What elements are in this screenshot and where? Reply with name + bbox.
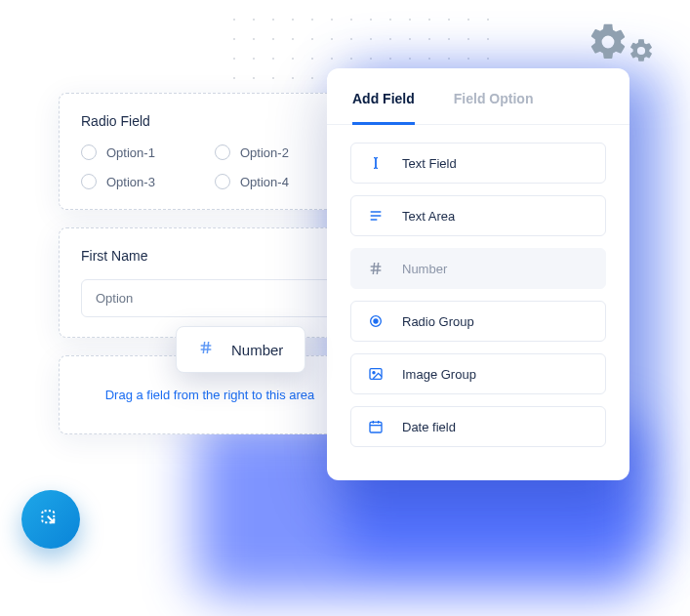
card-title: Radio Field: [81, 113, 339, 129]
radio-icon: [367, 313, 385, 329]
dropzone-hint: Drag a field from the right to this area: [69, 388, 350, 402]
radio-label: Option-2: [240, 145, 289, 160]
field-type-label: Number: [402, 262, 447, 276]
input-value: Option: [96, 291, 133, 306]
radio-label: Option-1: [106, 145, 155, 160]
radio-option[interactable]: Option-4: [215, 174, 339, 189]
text-input[interactable]: Option: [81, 279, 339, 317]
radio-icon: [215, 174, 230, 189]
svg-line-9: [373, 263, 374, 274]
form-canvas: Radio Field Option-1 Option-2 Option-3 O…: [59, 93, 361, 452]
field-type-label: Text Field: [402, 156, 457, 171]
radio-field-card[interactable]: Radio Field Option-1 Option-2 Option-3 O…: [59, 93, 361, 210]
gear-icon: [628, 37, 655, 64]
hash-icon: [367, 261, 385, 276]
dragging-field-chip[interactable]: Number: [176, 326, 305, 373]
svg-rect-15: [370, 422, 382, 432]
collapse-icon: [38, 507, 63, 532]
field-list: Text Field Text Area Number Radio Group: [327, 125, 629, 447]
field-type-label: Image Group: [402, 367, 476, 382]
radio-icon: [81, 144, 97, 160]
decorative-gears: [587, 20, 655, 64]
tab-field-option[interactable]: Field Option: [454, 69, 534, 125]
radio-label: Option-3: [106, 175, 155, 189]
field-type-label: Text Area: [402, 209, 455, 224]
radio-option[interactable]: Option-1: [81, 144, 205, 160]
field-type-number[interactable]: Number: [350, 248, 606, 289]
field-type-text-field[interactable]: Text Field: [350, 143, 606, 184]
radio-icon: [81, 174, 97, 189]
radio-options: Option-1 Option-2 Option-3 Option-4: [81, 144, 339, 189]
tab-add-field[interactable]: Add Field: [352, 69, 415, 125]
svg-point-14: [373, 372, 375, 374]
text-lines-icon: [367, 208, 385, 224]
radio-option[interactable]: Option-3: [81, 174, 205, 189]
text-cursor-icon: [367, 155, 385, 171]
svg-line-3: [207, 342, 208, 353]
field-palette-panel: Add Field Field Option Text Field Text A…: [327, 68, 629, 480]
card-title: First Name: [81, 248, 339, 264]
radio-option[interactable]: Option-2: [215, 144, 339, 160]
tabs: Add Field Field Option: [327, 68, 629, 125]
gear-icon: [587, 21, 629, 63]
field-type-label: Radio Group: [402, 314, 474, 329]
radio-icon: [215, 144, 230, 160]
field-type-image-group[interactable]: Image Group: [350, 353, 606, 394]
calendar-icon: [367, 419, 385, 434]
field-type-label: Date field: [402, 420, 456, 434]
fab-button[interactable]: [21, 490, 80, 549]
field-type-date-field[interactable]: Date field: [350, 406, 606, 447]
hash-icon: [198, 340, 214, 359]
field-type-radio-group[interactable]: Radio Group: [350, 301, 606, 342]
drag-chip-label: Number: [231, 342, 283, 358]
field-type-text-area[interactable]: Text Area: [350, 195, 606, 236]
svg-line-10: [377, 263, 378, 274]
svg-line-2: [203, 342, 204, 353]
first-name-card[interactable]: First Name Option: [59, 227, 361, 338]
image-icon: [367, 366, 385, 382]
radio-label: Option-4: [240, 175, 289, 189]
svg-point-12: [374, 319, 378, 323]
